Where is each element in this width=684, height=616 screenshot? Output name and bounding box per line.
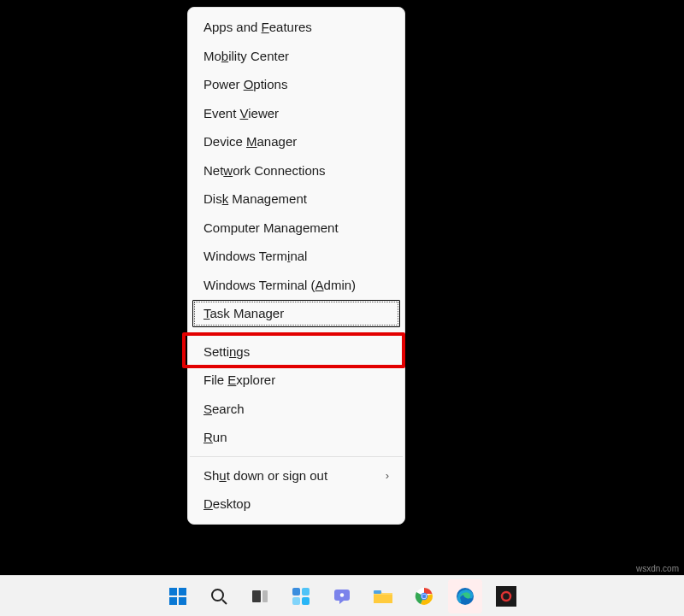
svg-rect-15 <box>374 590 381 594</box>
task-view-button[interactable] <box>243 579 277 613</box>
menu-item-label: Search <box>203 402 245 416</box>
chrome-icon <box>414 586 434 607</box>
svg-rect-0 <box>169 588 177 595</box>
file-explorer-button[interactable] <box>366 579 400 613</box>
svg-rect-14 <box>374 595 392 603</box>
menu-separator <box>190 456 403 457</box>
menu-power-options[interactable]: Power Options <box>188 70 404 99</box>
menu-item-label: Shut down or sign out <box>203 468 327 483</box>
search-button[interactable] <box>202 579 236 613</box>
menu-network-connections[interactable]: Network Connections <box>188 156 404 185</box>
chrome-button[interactable] <box>407 579 441 613</box>
menu-item-label: Device Manager <box>203 134 297 149</box>
menu-item-label: Windows Terminal (Admin) <box>203 278 356 292</box>
menu-file-explorer[interactable]: File Explorer <box>188 366 404 395</box>
menu-separator <box>190 332 403 333</box>
svg-rect-1 <box>179 588 186 595</box>
menu-item-label: Settings <box>203 344 250 359</box>
watermark: wsxdn.com <box>636 564 679 573</box>
svg-rect-10 <box>292 597 300 605</box>
menu-computer-management[interactable]: Computer Management <box>188 214 404 243</box>
taskbar <box>0 575 684 616</box>
chat-icon <box>332 586 352 607</box>
svg-rect-7 <box>262 590 268 602</box>
menu-item-label: Windows Terminal <box>203 249 307 263</box>
search-icon <box>209 586 229 607</box>
menu-shutdown-signout[interactable]: Shut down or sign out› <box>188 461 404 490</box>
svg-point-13 <box>340 593 344 596</box>
taskview-icon <box>250 586 270 607</box>
menu-item-label: Mobility Center <box>203 49 289 63</box>
menu-device-manager[interactable]: Device Manager <box>188 127 404 156</box>
edge-button[interactable] <box>448 579 482 613</box>
svg-line-5 <box>222 600 227 604</box>
menu-item-label: Event Viewer <box>203 106 279 120</box>
svg-rect-3 <box>179 597 186 605</box>
menu-windows-terminal[interactable]: Windows Terminal <box>188 242 404 271</box>
menu-item-label: Computer Management <box>203 220 339 235</box>
menu-settings[interactable]: Settings <box>188 337 404 367</box>
menu-desktop[interactable]: Desktop <box>188 490 404 519</box>
svg-rect-9 <box>302 588 310 595</box>
menu-item-label: File Explorer <box>203 373 275 387</box>
menu-item-label: Run <box>203 430 227 444</box>
menu-apps-features[interactable]: Apps and Features <box>188 13 404 42</box>
menu-item-label: Power Options <box>203 77 287 91</box>
chevron-right-icon: › <box>386 469 389 482</box>
chat-button[interactable] <box>325 579 359 613</box>
app-button[interactable] <box>489 579 523 613</box>
menu-search[interactable]: Search <box>188 395 404 424</box>
svg-rect-6 <box>252 590 261 602</box>
svg-rect-8 <box>292 588 300 595</box>
menu-item-label: Apps and Features <box>203 20 312 34</box>
widgets-icon <box>291 586 311 607</box>
menu-item-label: Desktop <box>203 496 251 511</box>
svg-point-4 <box>212 590 223 601</box>
menu-item-label: Network Connections <box>203 163 326 178</box>
menu-item-label: Disk Management <box>203 191 307 206</box>
svg-rect-11 <box>302 597 310 605</box>
menu-item-label: Task Manager <box>203 306 284 320</box>
explorer-icon <box>372 586 394 607</box>
start-button[interactable] <box>161 579 195 613</box>
menu-mobility-center[interactable]: Mobility Center <box>188 42 404 71</box>
menu-event-viewer[interactable]: Event Viewer <box>188 99 404 128</box>
edge-icon <box>455 586 475 607</box>
windows-icon <box>168 586 188 607</box>
menu-disk-management[interactable]: Disk Management <box>188 185 404 214</box>
winx-context-menu[interactable]: Apps and FeaturesMobility CenterPower Op… <box>187 7 405 525</box>
svg-point-19 <box>422 594 427 598</box>
menu-run[interactable]: Run <box>188 423 404 452</box>
darkapp-icon <box>495 585 517 607</box>
menu-task-manager[interactable]: Task Manager <box>192 299 401 328</box>
menu-windows-terminal-admin[interactable]: Windows Terminal (Admin) <box>188 271 404 300</box>
svg-rect-21 <box>496 586 516 607</box>
widgets-button[interactable] <box>284 579 318 613</box>
svg-rect-2 <box>169 597 177 605</box>
